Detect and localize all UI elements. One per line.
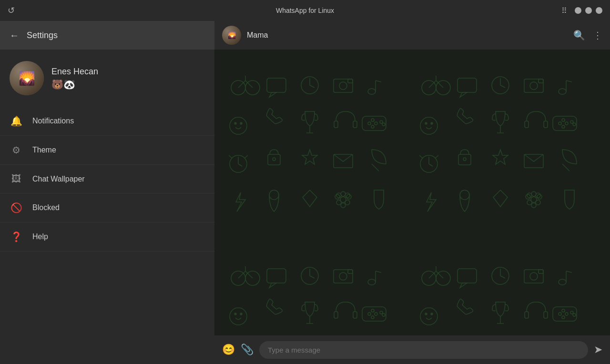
chat-panel: Mama 🔍 ⋮ 😊 📎 ➤	[214, 21, 610, 364]
notifications-label: Notifications	[32, 117, 74, 125]
sidebar-item-theme[interactable]: ⚙ Theme	[0, 136, 214, 165]
blocked-label: Blocked	[32, 203, 60, 212]
wallpaper-icon: 🖼	[10, 173, 23, 184]
window-controls: ⠿	[561, 6, 602, 15]
sidebar-item-help[interactable]: ❓ Help	[0, 222, 214, 252]
avatar	[10, 61, 44, 95]
settings-title: Settings	[27, 30, 58, 40]
search-icon[interactable]: 🔍	[573, 30, 585, 41]
chat-wallpaper-label: Chat Wallpaper	[32, 175, 85, 183]
minimize-button[interactable]	[575, 7, 581, 14]
sidebar-item-notifications[interactable]: 🔔 Notifications	[0, 107, 214, 136]
help-label: Help	[32, 233, 48, 241]
more-options-icon[interactable]: ⋮	[593, 30, 602, 41]
chat-contact-name: Mama	[247, 31, 568, 40]
profile-section[interactable]: Enes Hecan 🐻🐼	[0, 50, 214, 107]
theme-label: Theme	[32, 146, 56, 154]
profile-emoji: 🐻🐼	[51, 79, 98, 90]
titlebar: ↺ WhatsApp for Linux ⠿	[0, 0, 610, 21]
app-body: ← Settings Enes Hecan 🐻🐼 🔔 Notifications…	[0, 21, 610, 364]
menu-list: 🔔 Notifications ⚙ Theme 🖼 Chat Wallpaper…	[0, 107, 214, 364]
help-icon: ❓	[10, 231, 23, 243]
refresh-button[interactable]: ↺	[8, 5, 15, 16]
sidebar-item-blocked[interactable]: 🚫 Blocked	[0, 193, 214, 222]
emoji-button[interactable]: 😊	[222, 344, 235, 356]
sidebar-item-chat-wallpaper[interactable]: 🖼 Chat Wallpaper	[0, 165, 214, 193]
maximize-button[interactable]	[585, 7, 592, 14]
avatar-photo	[10, 61, 44, 95]
gear-icon: ⚙	[10, 144, 23, 156]
blocked-icon: 🚫	[10, 202, 23, 213]
close-button[interactable]	[596, 7, 602, 14]
titlebar-title: WhatsApp for Linux	[276, 7, 334, 14]
bell-icon: 🔔	[10, 115, 23, 127]
settings-panel: ← Settings Enes Hecan 🐻🐼 🔔 Notifications…	[0, 21, 214, 364]
chat-header-actions: 🔍 ⋮	[573, 30, 602, 41]
settings-header: ← Settings	[0, 21, 214, 50]
chat-header: Mama 🔍 ⋮	[214, 21, 610, 50]
chat-input-bar: 😊 📎 ➤	[214, 335, 610, 364]
chat-wallpaper-area	[214, 50, 610, 335]
chat-avatar	[222, 26, 241, 45]
back-button[interactable]: ←	[10, 30, 19, 41]
apps-icon[interactable]: ⠿	[561, 6, 567, 15]
profile-name: Enes Hecan	[51, 67, 98, 77]
message-input[interactable]	[259, 341, 588, 359]
attach-button[interactable]: 📎	[241, 344, 254, 356]
send-button[interactable]: ➤	[594, 344, 602, 356]
profile-info: Enes Hecan 🐻🐼	[51, 67, 98, 90]
wallpaper-pattern	[214, 50, 610, 335]
